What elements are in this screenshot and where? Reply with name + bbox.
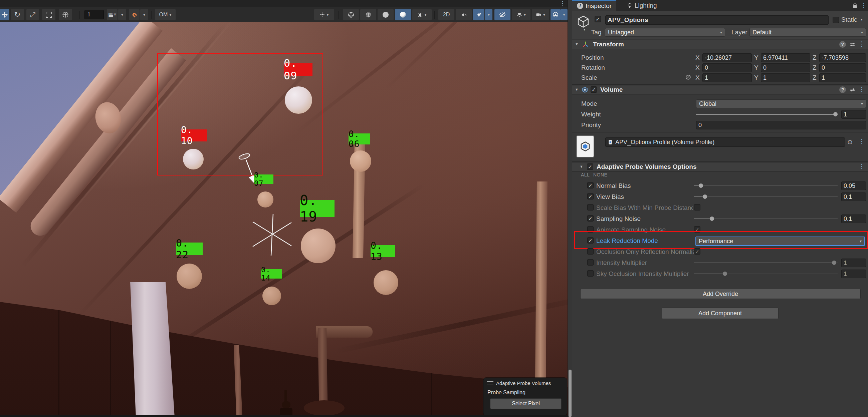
scene-lighting-dropdown[interactable]: ▾ (485, 9, 492, 20)
override-checkbox[interactable] (587, 270, 594, 277)
sky-occlusion-slider[interactable] (694, 269, 838, 278)
icon-picker-arrow[interactable]: ▾ (584, 28, 585, 31)
weight-field[interactable]: 1 (841, 110, 866, 119)
snap-increment-field[interactable]: 1 (85, 10, 104, 19)
tag-dropdown[interactable]: Untagged▾ (605, 28, 725, 37)
view-bias-slider[interactable] (694, 192, 838, 201)
volume-enabled-checkbox[interactable]: ✓ (591, 87, 597, 93)
orientation-menu-button[interactable]: OM▾ (155, 9, 176, 20)
foldout-icon[interactable]: ▼ (580, 164, 583, 168)
component-menu-icon[interactable]: ⋮ (859, 163, 865, 169)
layer-dropdown[interactable]: Default▾ (749, 28, 866, 37)
select-pixel-button[interactable]: Select Pixel (490, 398, 561, 409)
debug-draw-mode-button[interactable]: ▾ (412, 9, 432, 20)
scale-bias-value-checkbox[interactable] (694, 204, 701, 211)
override-checkbox[interactable]: ✓ (587, 193, 594, 199)
add-override-button[interactable]: Add Override (580, 289, 861, 299)
snap-magnet-button[interactable] (129, 9, 140, 20)
gameobject-active-checkbox[interactable]: ✓ (595, 16, 601, 22)
profile-object-field[interactable]: APV_Options Profile (Volume Profile) (605, 137, 845, 147)
help-icon[interactable]: ? (839, 87, 846, 93)
leak-reduction-mode-dropdown[interactable]: Performance▾ (695, 236, 865, 246)
scene-viewport[interactable]: 0. 09 0. 10 0. 06 0. 07 0. 19 0. 22 0. 1… (0, 22, 567, 417)
priority-field[interactable]: 0 (696, 121, 866, 129)
rotate-tool-button[interactable]: ↻ (11, 9, 24, 20)
drag-handle-icon[interactable] (487, 381, 493, 385)
gizmos-button[interactable] (551, 9, 561, 20)
override-checkbox[interactable]: ✓ (587, 237, 594, 244)
foldout-icon[interactable]: ▼ (575, 87, 579, 91)
object-picker-icon[interactable]: ⊙ (847, 138, 852, 146)
component-menu-icon[interactable]: ⋮ (859, 41, 865, 47)
override-all-button[interactable]: ALL (581, 172, 590, 178)
constrain-proportions-icon[interactable] (685, 74, 691, 81)
override-checkbox[interactable] (587, 226, 594, 232)
tab-inspector[interactable]: i Inspector (572, 0, 616, 11)
presets-icon[interactable] (849, 41, 856, 48)
sampling-noise-field[interactable]: 0.1 (841, 215, 866, 223)
override-checkbox[interactable]: ✓ (587, 182, 594, 189)
audio-toggle-button[interactable] (456, 9, 472, 20)
static-dropdown-arrow[interactable]: ▾ (861, 17, 863, 22)
scale-z-field[interactable]: 1 (819, 73, 866, 82)
2d-view-button[interactable]: 2D (438, 9, 454, 20)
scale-x-field[interactable]: 1 (703, 73, 752, 82)
add-component-button[interactable]: Add Component (662, 308, 778, 319)
apv-options-header[interactable]: ▼ ✓ Adaptive Probe Volumes Options ⋮ (572, 162, 868, 171)
camera-settings-button[interactable]: ▾ (532, 9, 549, 20)
override-checkbox[interactable] (587, 204, 594, 211)
lock-icon[interactable] (852, 2, 858, 9)
shading-shaded-button[interactable] (395, 9, 411, 20)
presets-icon[interactable] (849, 87, 856, 93)
normal-bias-slider[interactable] (694, 182, 838, 190)
position-y-field[interactable]: 6.970411 (761, 53, 810, 62)
snap-magnet-dropdown[interactable]: ▾ (140, 9, 148, 20)
gameobject-name-field[interactable]: APV_Options (605, 15, 829, 25)
shading-unlit-button[interactable] (378, 9, 394, 20)
grid-snap-dropdown[interactable]: ▾ (118, 9, 126, 20)
override-checkbox[interactable] (587, 248, 594, 255)
gizmos-dropdown[interactable]: ▾ (561, 9, 567, 20)
override-none-button[interactable]: NONE (593, 172, 607, 178)
tab-lighting[interactable]: Lighting (622, 0, 662, 11)
override-checkbox[interactable]: ✓ (587, 215, 594, 222)
static-checkbox[interactable] (833, 17, 839, 23)
profile-menu-icon[interactable]: ⋮ (859, 138, 865, 145)
move-tool-button[interactable] (0, 9, 9, 20)
sampling-noise-slider[interactable] (694, 215, 838, 223)
shading-wireframe-button[interactable] (343, 9, 359, 20)
scale-y-field[interactable]: 1 (761, 73, 810, 82)
animate-sampling-noise-checkbox[interactable]: ✓ (694, 226, 701, 232)
shading-shaded-wireframe-button[interactable] (360, 9, 376, 20)
rotation-y-field[interactable]: 0 (761, 63, 810, 72)
position-z-field[interactable]: -7.703598 (819, 53, 866, 62)
transform-tool-button[interactable] (59, 9, 72, 20)
occlusion-only-checkbox[interactable]: ✓ (694, 248, 701, 255)
inspector-menu-icon[interactable]: ⋮ (861, 2, 867, 8)
weight-slider[interactable] (696, 110, 838, 119)
help-icon[interactable]: ? (839, 41, 846, 48)
grid-snap-button[interactable]: ▦Y (107, 9, 118, 20)
foldout-icon[interactable]: ▼ (575, 42, 579, 46)
component-menu-icon[interactable]: ⋮ (859, 86, 865, 92)
mode-dropdown[interactable]: Global▾ (696, 99, 866, 108)
scene-lighting-button[interactable] (473, 9, 485, 20)
override-checkbox[interactable] (587, 259, 594, 265)
sky-occlusion-field[interactable]: 1 (841, 269, 866, 278)
pivot-mode-button[interactable]: ▾ (314, 9, 334, 20)
rect-tool-button[interactable] (42, 9, 55, 20)
intensity-multiplier-field[interactable]: 1 (841, 259, 866, 267)
scene-visibility-button[interactable] (494, 9, 510, 20)
view-bias-field[interactable]: 0.1 (841, 192, 866, 201)
scene-pane-menu-icon[interactable]: ⋮ (560, 0, 566, 7)
scrollbar-thumb[interactable] (568, 370, 571, 417)
position-x-field[interactable]: -10.26027 (703, 53, 752, 62)
transform-header[interactable]: ▼ Transform ? ⋮ (572, 40, 868, 49)
rotation-x-field[interactable]: 0 (703, 63, 752, 72)
apv-enabled-checkbox[interactable]: ✓ (587, 163, 593, 170)
volume-header[interactable]: ▼ ✓ Volume ? ⋮ (572, 85, 868, 94)
layers-button[interactable]: ▾ (512, 9, 530, 20)
rotation-z-field[interactable]: 0 (819, 63, 866, 72)
normal-bias-field[interactable]: 0.05 (841, 182, 866, 190)
intensity-multiplier-slider[interactable] (694, 259, 838, 267)
